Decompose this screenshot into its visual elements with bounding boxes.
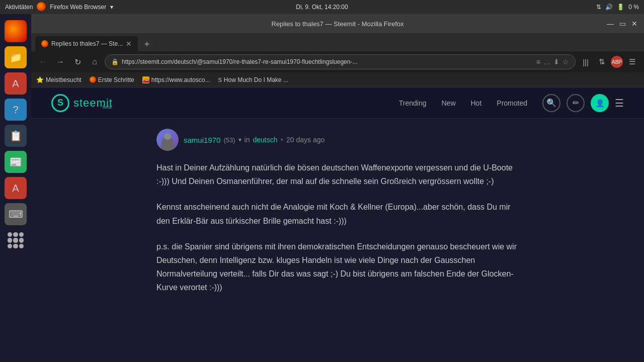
firefox-app-icon (37, 2, 46, 13)
nav-trending[interactable]: Trending (399, 99, 427, 107)
os-sidebar: 📁 A ? 📋 📰 A ⌨ (0, 14, 31, 362)
minimize-button[interactable]: — (606, 19, 615, 28)
post-paragraph-2: Kennst anscheinend auch nicht die Analog… (156, 200, 519, 227)
os-system-tray: ⇅ 🔊 🔋 0 % (596, 4, 639, 11)
bookmark-autoscout[interactable]: 🚗 https://www.autosco... (142, 76, 210, 83)
battery-icon: 🔋 (617, 4, 624, 11)
steemit-header: S steemit beta Trending New Hot Promoted… (31, 87, 644, 119)
app-icon-1[interactable]: 📁 (5, 46, 27, 68)
address-bar: ← → ↻ ⌂ 🔒 https://steemit.com/deutsch/@s… (31, 51, 644, 72)
post-time: 20 days ago (286, 136, 325, 144)
post-community[interactable]: deutsch (253, 136, 277, 144)
dropdown-rep-icon[interactable]: ▾ (238, 136, 242, 143)
app-icon-6[interactable]: A (5, 177, 27, 199)
main-wrapper: 📁 A ? 📋 📰 A ⌨ Replies to thales7 — Steem… (31, 14, 644, 362)
volume-icon: 🔊 (605, 4, 613, 11)
adblock-icon[interactable]: ABP (611, 56, 623, 68)
compose-button[interactable]: ✏ (567, 94, 585, 112)
os-taskbar-left: Aktivitäten Firefox Web Browser ▾ (5, 2, 113, 13)
post-author-avatar (156, 129, 179, 151)
battery-level: 0 % (628, 4, 639, 11)
tab-close-button[interactable]: ✕ (126, 40, 132, 48)
toolbar-icons: ||| ⇅ ABP ☰ (579, 55, 639, 69)
os-datetime: Di, 9. Okt, 14:20:00 (296, 4, 348, 11)
nav-promoted[interactable]: Promoted (497, 99, 527, 107)
os-taskbar: Aktivitäten Firefox Web Browser ▾ Di, 9.… (0, 0, 644, 14)
search-button[interactable]: 🔍 (542, 94, 560, 112)
autoscout-label: https://www.autosco... (151, 76, 210, 83)
app-icon-5[interactable]: 📰 (5, 151, 27, 173)
post-body: Hast in Deiner Aufzählung natürlich die … (156, 161, 519, 295)
browser-titlebar: Replies to thales7 — Steemit - Mozilla F… (31, 14, 644, 33)
synced-tabs-icon[interactable]: ⇅ (595, 55, 609, 69)
firefox-bookmark-icon (90, 76, 96, 83)
browser-title: Replies to thales7 — Steemit - Mozilla F… (272, 20, 404, 28)
meistbesucht-icon: ⭐ (36, 76, 44, 83)
app-icon-2[interactable]: A (5, 72, 27, 95)
hamburger-menu-button[interactable]: ☰ (615, 97, 624, 109)
post-author-name[interactable]: samui1970 (184, 136, 220, 144)
pocket-icon[interactable]: ⬇ (553, 58, 559, 66)
browser-area: Replies to thales7 — Steemit - Mozilla F… (31, 14, 644, 362)
browser-tab[interactable]: Replies to thales7 — Ste... ✕ (35, 36, 138, 51)
autoscout-icon: 🚗 (142, 76, 149, 83)
post-author-reputation: (53) (223, 136, 235, 144)
close-button[interactable]: ✕ (630, 19, 639, 28)
bookmark-star-icon[interactable]: ☆ (562, 58, 569, 66)
network-icon: ⇅ (596, 4, 601, 11)
post-in-label: in (245, 136, 250, 144)
hamburger-menu-icon[interactable]: ☰ (625, 55, 639, 69)
url-text: https://steemit.com/deutsch/@samui1970/r… (122, 58, 533, 65)
more-icon[interactable]: … (543, 58, 550, 66)
page-content: S steemit beta Trending New Hot Promoted… (31, 87, 644, 362)
home-button[interactable]: ⌂ (88, 55, 102, 69)
post-meta: samui1970 (53) ▾ in deutsch • 20 days ag… (156, 129, 519, 151)
post-avatar-image (156, 129, 179, 151)
tab-title: Replies to thales7 — Ste... (51, 40, 123, 47)
app-icon-3[interactable]: ? (5, 99, 27, 121)
bookmark-steemit[interactable]: S How Much Do I Make ... (218, 76, 288, 83)
app-icon-4[interactable]: 📋 (5, 125, 27, 147)
tab-favicon (41, 40, 48, 47)
bookmark-erste-schritte[interactable]: Erste Schritte (90, 76, 134, 83)
app-icon-7[interactable]: ⌨ (5, 203, 27, 225)
erste-schritte-label: Erste Schritte (98, 76, 134, 83)
url-bar[interactable]: 🔒 https://steemit.com/deutsch/@samui1970… (105, 54, 576, 69)
steemit-nav: Trending New Hot Promoted (399, 99, 527, 107)
user-avatar-button[interactable]: 👤 (591, 94, 609, 112)
tab-bar: Replies to thales7 — Ste... ✕ + (31, 33, 644, 51)
url-action-icons: ≡ … ⬇ ☆ (536, 58, 569, 66)
nav-hot[interactable]: Hot (471, 99, 482, 107)
bookmarks-bar: ⭐ Meistbesucht Erste Schritte 🚗 https://… (31, 72, 644, 87)
post-area: samui1970 (53) ▾ in deutsch • 20 days ag… (136, 119, 539, 315)
reload-button[interactable]: ↻ (70, 55, 85, 69)
post-paragraph-1: Hast in Deiner Aufzählung natürlich die … (156, 161, 519, 188)
aktivitaten-label[interactable]: Aktivitäten (5, 4, 33, 11)
header-actions: 🔍 ✏ 👤 ☰ (542, 94, 624, 112)
steemit-bm-label: How Much Do I Make ... (224, 76, 288, 83)
window-controls: — ▭ ✕ (606, 19, 639, 28)
forward-button[interactable]: → (53, 55, 67, 69)
nav-new[interactable]: New (441, 99, 455, 107)
back-button[interactable]: ← (36, 55, 50, 69)
steemit-logo-circle: S (51, 94, 69, 112)
maximize-button[interactable]: ▭ (618, 19, 627, 28)
meistbesucht-label: Meistbesucht (46, 76, 82, 83)
steemit-beta-label: beta (103, 105, 112, 110)
post-paragraph-3: p.s. die Spanier sind übrigens mit ihren… (156, 240, 519, 295)
firefox-app-sidebar-icon[interactable] (5, 20, 27, 42)
apps-grid-icon[interactable] (5, 229, 27, 251)
dropdown-arrow-icon[interactable]: ▾ (110, 4, 113, 11)
sidebar-toggle-icon[interactable]: ||| (579, 55, 593, 69)
ssl-lock-icon: 🔒 (111, 58, 119, 65)
steemit-bm-icon: S (218, 77, 221, 83)
reader-view-icon[interactable]: ≡ (536, 58, 540, 66)
new-tab-button[interactable]: + (140, 37, 154, 51)
separator-dot: • (280, 135, 283, 144)
browser-name-label: Firefox Web Browser (50, 4, 106, 11)
steemit-logo[interactable]: S steemit beta (51, 94, 111, 112)
bookmark-meistbesucht[interactable]: ⭐ Meistbesucht (36, 76, 82, 83)
